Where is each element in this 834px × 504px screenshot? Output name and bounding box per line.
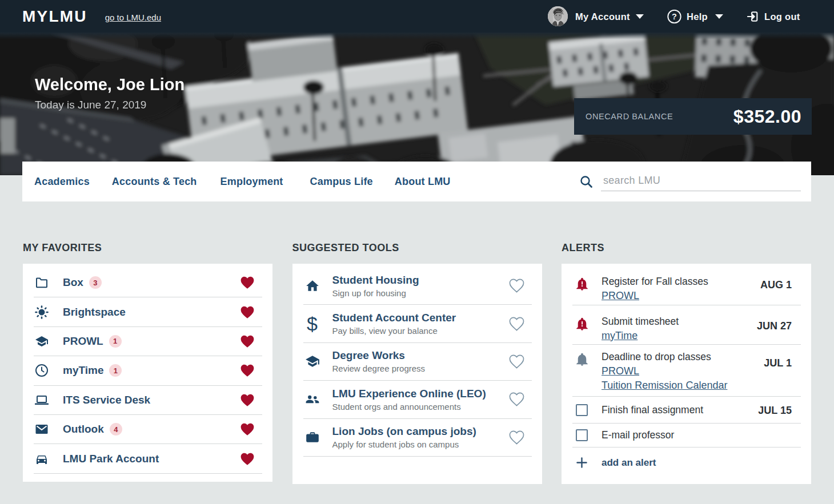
svg-text:?: ? <box>672 11 677 21</box>
